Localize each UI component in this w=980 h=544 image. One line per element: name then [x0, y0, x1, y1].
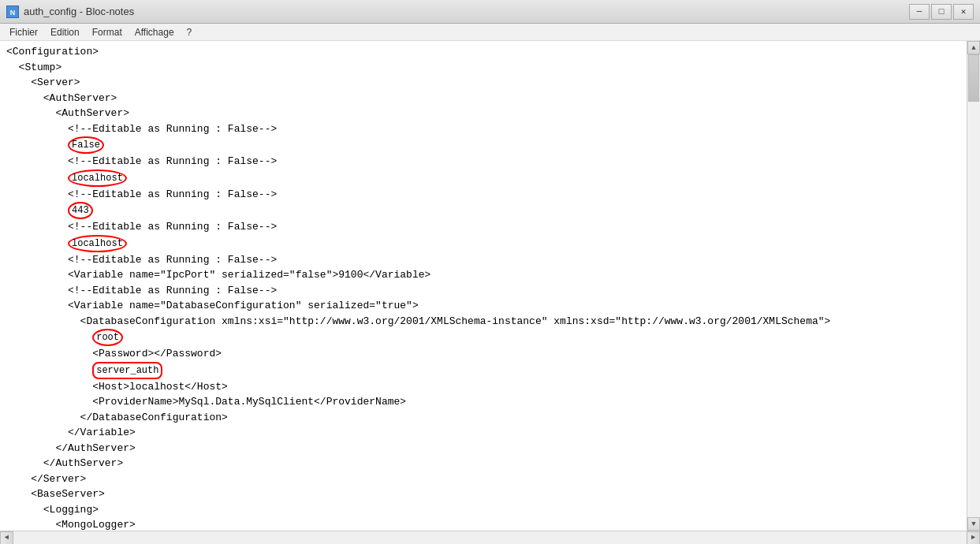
- code-line: <Password></Password>: [6, 346, 960, 362]
- code-line: <Server>: [6, 75, 960, 91]
- content-wrapper: <Configuration> <Stump> <Server> <AuthSe…: [0, 41, 980, 531]
- code-line: </AuthServer>: [6, 456, 960, 471]
- code-line: False: [6, 136, 960, 154]
- menu-help[interactable]: ?: [181, 25, 199, 39]
- code-line: <ProviderName>MySql.Data.MySqlClient</Pr…: [6, 394, 960, 410]
- code-line: <AuthServer>: [6, 91, 960, 106]
- maximize-button[interactable]: □: [931, 4, 952, 20]
- code-line: server_auth: [6, 362, 960, 379]
- code-line: <DatabaseConfiguration xmlns:xsi="http:/…: [6, 314, 960, 330]
- code-line: localhost: [6, 170, 960, 187]
- scroll-down-button[interactable]: ▼: [967, 517, 980, 531]
- code-line: </Variable>: [6, 425, 960, 441]
- scroll-up-button[interactable]: ▲: [967, 41, 980, 54]
- code-line: <BaseServer>: [6, 486, 960, 502]
- code-line: </DatabaseConfiguration>: [6, 410, 960, 426]
- code-line: <!--Editable as Running : False-->: [6, 219, 960, 235]
- menu-edition[interactable]: Edition: [44, 25, 86, 39]
- close-button[interactable]: ✕: [953, 4, 974, 20]
- scroll-h-track: [13, 531, 967, 544]
- code-line: <Host>localhost</Host>: [6, 379, 960, 395]
- menu-fichier[interactable]: Fichier: [3, 25, 44, 39]
- window-controls: ─ □ ✕: [909, 4, 974, 20]
- code-line: <Logging>: [6, 502, 960, 518]
- app-icon: N: [6, 6, 19, 18]
- code-line: <!--Editable as Running : False-->: [6, 187, 960, 203]
- menu-affichage[interactable]: Affichage: [129, 25, 181, 39]
- bottom-bar: ◄ ►: [0, 531, 980, 544]
- minimize-button[interactable]: ─: [909, 4, 930, 20]
- code-line: <!--Editable as Running : False-->: [6, 252, 960, 268]
- code-line: <Stump>: [6, 60, 960, 76]
- code-area[interactable]: <Configuration> <Stump> <Server> <AuthSe…: [0, 41, 967, 531]
- code-line: root: [6, 329, 960, 346]
- code-line: </Server>: [6, 471, 960, 487]
- code-line: <Variable name="DatabaseConfiguration" s…: [6, 298, 960, 314]
- code-line: <Variable name="IpcPort" serialized="fal…: [6, 267, 960, 283]
- code-line: <AuthServer>: [6, 106, 960, 121]
- window-title: auth_config - Bloc-notes: [24, 6, 134, 17]
- code-line: <MongoLogger>: [6, 517, 960, 531]
- horizontal-scrollbar[interactable]: ◄ ►: [0, 531, 980, 544]
- code-line: <!--Editable as Running : False-->: [6, 283, 960, 299]
- menu-bar: Fichier Edition Format Affichage ?: [0, 24, 980, 41]
- scroll-track: [967, 54, 980, 517]
- scroll-left-button[interactable]: ◄: [0, 531, 13, 545]
- scroll-right-button[interactable]: ►: [967, 531, 980, 545]
- title-bar: N auth_config - Bloc-notes ─ □ ✕: [0, 0, 980, 24]
- code-line: 443: [6, 202, 960, 219]
- code-line: <!--Editable as Running : False-->: [6, 121, 960, 137]
- menu-format[interactable]: Format: [86, 25, 129, 39]
- code-line: </AuthServer>: [6, 441, 960, 456]
- code-line: <Configuration>: [6, 44, 960, 60]
- code-line: <!--Editable as Running : False-->: [6, 154, 960, 170]
- code-line: localhost: [6, 235, 960, 252]
- vertical-scrollbar[interactable]: ▲ ▼: [967, 41, 980, 531]
- svg-text:N: N: [10, 9, 16, 17]
- scroll-thumb[interactable]: [968, 54, 979, 102]
